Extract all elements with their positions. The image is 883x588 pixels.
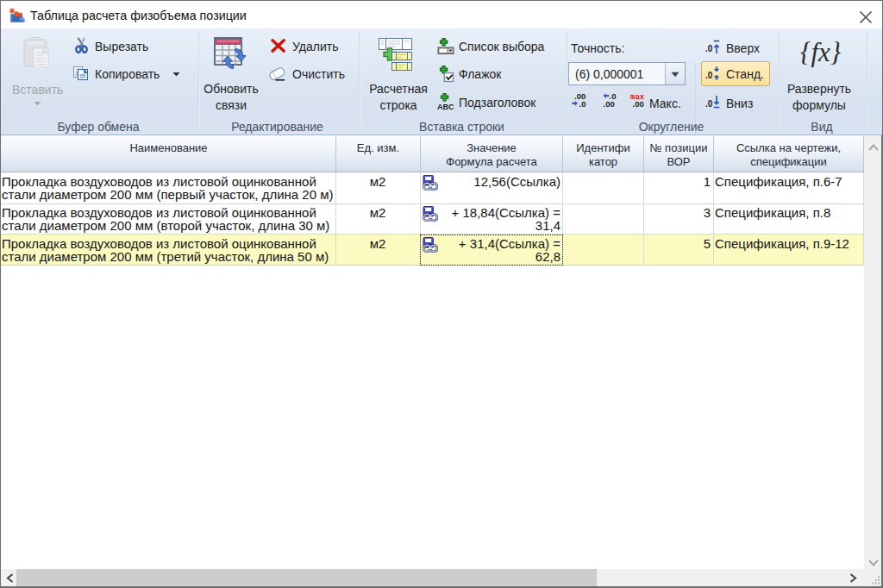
svg-text:.00: .00 <box>633 99 644 108</box>
svg-text:.0: .0 <box>705 99 713 109</box>
svg-text:.0: .0 <box>579 99 586 108</box>
svg-text:ABC: ABC <box>437 103 454 111</box>
svg-text:.0: .0 <box>705 44 713 53</box>
svg-text:.00: .00 <box>604 99 615 108</box>
svg-text:.0: .0 <box>705 71 713 80</box>
